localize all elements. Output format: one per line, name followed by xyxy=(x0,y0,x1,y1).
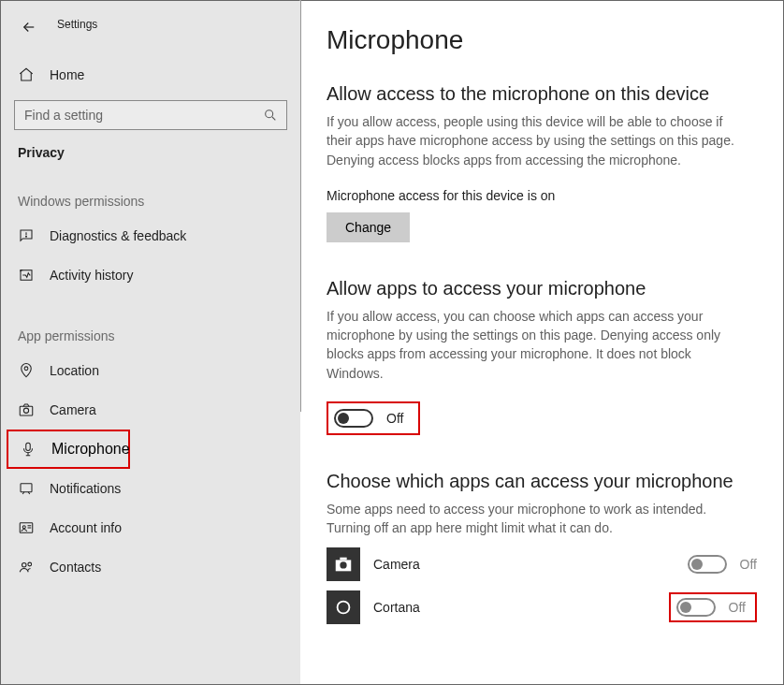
location-icon xyxy=(18,362,35,379)
search-container xyxy=(14,100,287,130)
app-name-label: Cortana xyxy=(373,600,420,615)
search-input[interactable] xyxy=(14,100,287,130)
section-app-permissions: App permissions xyxy=(1,295,300,351)
svg-point-13 xyxy=(340,561,346,568)
sidebar-item-label: Activity history xyxy=(50,268,133,283)
contacts-icon xyxy=(18,559,35,576)
sidebar-item-contacts[interactable]: Contacts xyxy=(1,547,300,587)
home-icon xyxy=(18,66,35,83)
privacy-header: Privacy xyxy=(1,130,300,160)
sidebar-item-microphone[interactable]: Microphone xyxy=(7,430,130,469)
feedback-icon xyxy=(18,227,35,244)
sidebar-item-label: Contacts xyxy=(50,560,101,575)
notifications-icon xyxy=(18,480,35,497)
microphone-icon xyxy=(20,441,36,458)
change-button[interactable]: Change xyxy=(327,212,410,242)
section-choose-apps: Choose which apps can access your microp… xyxy=(327,471,757,624)
sidebar-item-label: Notifications xyxy=(50,481,121,496)
app-title: Settings xyxy=(57,18,97,31)
sidebar-item-account[interactable]: Account info xyxy=(1,508,300,547)
home-nav[interactable]: Home xyxy=(1,59,300,91)
sidebar-item-label: Camera xyxy=(50,402,96,417)
app-row-camera: Camera Off xyxy=(327,547,757,581)
sidebar-item-diagnostics[interactable]: Diagnostics & feedback xyxy=(1,216,300,255)
app-name-label: Camera xyxy=(373,557,420,572)
svg-rect-7 xyxy=(21,484,32,492)
section-description: If you allow access, you can choose whic… xyxy=(327,307,738,383)
svg-rect-6 xyxy=(26,443,31,450)
section-apps-access: Allow apps to access your microphone If … xyxy=(327,278,757,435)
svg-point-0 xyxy=(266,110,273,118)
device-access-status: Microphone access for this device is on xyxy=(327,188,757,203)
toggle-state-label: Off xyxy=(729,600,746,615)
section-title: Allow apps to access your microphone xyxy=(327,278,757,299)
svg-point-15 xyxy=(338,601,350,613)
arrow-left-icon xyxy=(21,19,37,36)
sidebar-item-camera[interactable]: Camera xyxy=(1,390,300,430)
sidebar-item-activity[interactable]: Activity history xyxy=(1,255,300,295)
sidebar-item-label: Microphone xyxy=(51,441,130,458)
home-label: Home xyxy=(50,67,84,82)
app-row-cortana: Cortana Off xyxy=(327,590,757,624)
cortana-app-toggle[interactable] xyxy=(676,598,716,617)
sidebar-item-location[interactable]: Location xyxy=(1,351,300,390)
svg-point-1 xyxy=(26,236,27,237)
svg-rect-14 xyxy=(340,557,346,560)
section-description: If you allow access, people using this d… xyxy=(327,112,738,169)
sidebar: Settings Home Privacy Windows permission… xyxy=(1,1,300,684)
svg-point-11 xyxy=(28,562,32,566)
sidebar-item-label: Diagnostics & feedback xyxy=(50,228,186,243)
activity-icon xyxy=(18,267,35,284)
sidebar-item-label: Account info xyxy=(50,520,122,535)
section-title: Choose which apps can access your microp… xyxy=(327,471,757,492)
section-title: Allow access to the microphone on this d… xyxy=(327,83,757,105)
camera-app-icon xyxy=(327,547,360,581)
back-button[interactable] xyxy=(10,14,48,40)
sidebar-item-label: Location xyxy=(50,363,99,378)
cortana-toggle-highlight: Off xyxy=(669,592,757,622)
page-title: Microphone xyxy=(327,25,757,55)
main-content: Microphone Allow access to the microphon… xyxy=(300,1,783,684)
svg-point-10 xyxy=(22,563,27,568)
svg-point-9 xyxy=(22,526,25,529)
cortana-app-icon xyxy=(327,590,360,624)
toggle-state-label: Off xyxy=(740,557,757,572)
camera-app-toggle[interactable] xyxy=(688,555,727,574)
section-description: Some apps need to access your microphone… xyxy=(327,500,738,538)
apps-access-toggle[interactable] xyxy=(334,409,373,428)
apps-access-toggle-highlight: Off xyxy=(327,401,420,435)
section-device-access: Allow access to the microphone on this d… xyxy=(327,83,757,242)
svg-point-5 xyxy=(23,408,28,413)
sidebar-item-notifications[interactable]: Notifications xyxy=(1,469,300,508)
search-icon xyxy=(263,108,278,123)
toggle-state-label: Off xyxy=(386,411,403,426)
svg-point-3 xyxy=(24,367,28,371)
camera-icon xyxy=(18,401,35,418)
section-windows-permissions: Windows permissions xyxy=(1,160,300,216)
account-icon xyxy=(18,519,35,536)
